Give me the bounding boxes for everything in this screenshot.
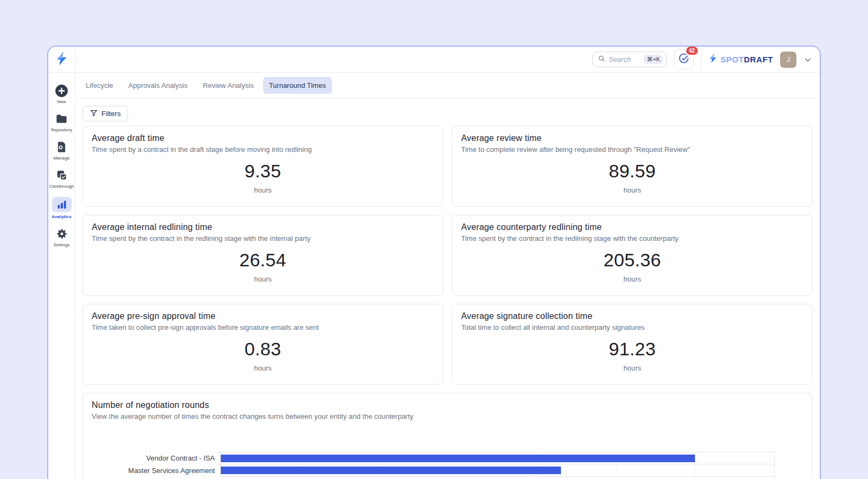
card-title: Average draft time <box>92 133 434 143</box>
card-average-signature-collection-time: Average signature collection time Total … <box>452 304 813 385</box>
funnel-icon <box>90 109 98 118</box>
sidebar: New Repository <box>48 73 75 479</box>
app-logo[interactable] <box>48 47 75 73</box>
card-average-pre-sign-approval-time: Average pre-sign approval time Time take… <box>82 304 443 385</box>
search-placeholder: Search <box>609 55 631 63</box>
card-value: 89.59 <box>461 161 803 182</box>
tab-bar: Lifecycle Approvals Analysis Review Anal… <box>75 73 820 98</box>
main-panel: Lifecycle Approvals Analysis Review Anal… <box>75 73 820 479</box>
sidebar-item-clickthrough[interactable]: Clickthrough <box>48 169 75 189</box>
app-window: Search ⌘+K 42 SPOTDRAFT J <box>47 46 821 479</box>
card-average-review-time: Average review time Time to complete rev… <box>452 126 813 207</box>
filters-button[interactable]: Filters <box>82 106 128 122</box>
overlapping-docs-check-icon <box>56 169 67 182</box>
folder-icon <box>56 112 67 125</box>
chart-row: Master Services Agreement <box>92 464 803 477</box>
tab-lifecycle[interactable]: Lifecycle <box>80 77 119 94</box>
metric-cards-grid: Average draft time Time spent by a contr… <box>82 126 813 479</box>
chart-title: Number of negotiation rounds <box>92 400 803 410</box>
lightning-bolt-icon <box>55 52 68 68</box>
topbar-divider <box>701 47 701 72</box>
card-unit: hours <box>92 364 434 372</box>
tab-review-analysis[interactable]: Review Analysis <box>197 77 260 94</box>
card-description: Time spent by a contract in the draft st… <box>92 145 434 154</box>
card-description: Time spent by the contract in the redlin… <box>92 234 434 242</box>
card-value: 91.23 <box>461 339 803 360</box>
card-value: 205.36 <box>461 250 803 271</box>
card-title: Average pre-sign approval time <box>92 311 434 321</box>
card-unit: hours <box>92 275 434 283</box>
card-average-internal-redlining-time: Average internal redlining time Time spe… <box>82 215 443 296</box>
sidebar-item-settings[interactable]: Settings <box>48 227 75 247</box>
search-shortcut-badge: ⌘+K <box>644 55 663 64</box>
card-description: Time taken to collect pre-sign approvals… <box>92 323 434 331</box>
card-value: 0.83 <box>92 339 434 360</box>
brand-text-spot: SPOT <box>720 55 744 64</box>
user-avatar[interactable]: J <box>780 52 796 68</box>
chart-bar[interactable] <box>221 455 695 462</box>
card-average-counterparty-redlining-time: Average counterparty redlining time Time… <box>452 215 813 296</box>
bar-chart-icon <box>52 197 72 212</box>
sidebar-item-analytics[interactable]: Analytics <box>48 197 75 219</box>
card-description: Time to complete review after being requ… <box>461 145 803 154</box>
gear-icon <box>56 227 67 240</box>
card-title: Average signature collection time <box>461 311 803 321</box>
chart-bar[interactable] <box>221 467 561 474</box>
chart-row: Vendor Contract - ISA <box>92 452 803 464</box>
search-icon <box>598 55 605 65</box>
bar-chart: Vendor Contract - ISA Master Services Ag… <box>92 452 803 477</box>
tasks-button[interactable]: 42 <box>674 49 694 69</box>
card-title: Average review time <box>461 133 803 143</box>
card-average-draft-time: Average draft time Time spent by a contr… <box>82 126 443 207</box>
content-area: Filters Average draft time Time spent by… <box>75 98 820 479</box>
brand-lightning-icon <box>709 53 718 66</box>
tab-turnaround-times[interactable]: Turnaround Times <box>263 77 332 94</box>
top-bar: Search ⌘+K 42 SPOTDRAFT J <box>75 47 820 73</box>
card-value: 26.54 <box>92 250 434 271</box>
tab-approvals-analysis[interactable]: Approvals Analysis <box>123 77 194 94</box>
brand-text-draft: DRAFT <box>744 55 773 64</box>
sidebar-item-manage[interactable]: Manage <box>48 140 75 161</box>
card-unit: hours <box>461 186 803 194</box>
chart-track <box>220 452 775 464</box>
spotdraft-logo: SPOTDRAFT <box>709 53 773 66</box>
notification-count-badge: 42 <box>685 46 699 56</box>
plus-circle-icon <box>55 84 68 97</box>
chart-category-label: Master Services Agreement <box>92 464 220 477</box>
chart-track <box>220 464 775 477</box>
chart-subtitle: View the average number of times the con… <box>92 412 803 420</box>
card-unit: hours <box>461 364 803 372</box>
card-description: Time spent by the contract in the redlin… <box>461 234 803 242</box>
chevron-down-icon[interactable] <box>803 55 812 64</box>
card-unit: hours <box>92 186 434 194</box>
card-title: Average counterparty redlining time <box>461 222 803 232</box>
search-input[interactable]: Search ⌘+K <box>592 52 667 67</box>
card-value: 9.35 <box>92 161 434 182</box>
document-gear-icon <box>56 140 67 154</box>
card-description: Total time to collect all internal and c… <box>461 323 803 331</box>
negotiation-rounds-chart-card: Number of negotiation rounds View the av… <box>82 393 813 479</box>
card-title: Average internal redlining time <box>92 222 434 232</box>
sidebar-item-repository[interactable]: Repository <box>48 112 75 132</box>
card-unit: hours <box>461 275 803 283</box>
sidebar-item-new[interactable]: New <box>48 84 75 104</box>
chart-category-label: Vendor Contract - ISA <box>92 452 220 464</box>
